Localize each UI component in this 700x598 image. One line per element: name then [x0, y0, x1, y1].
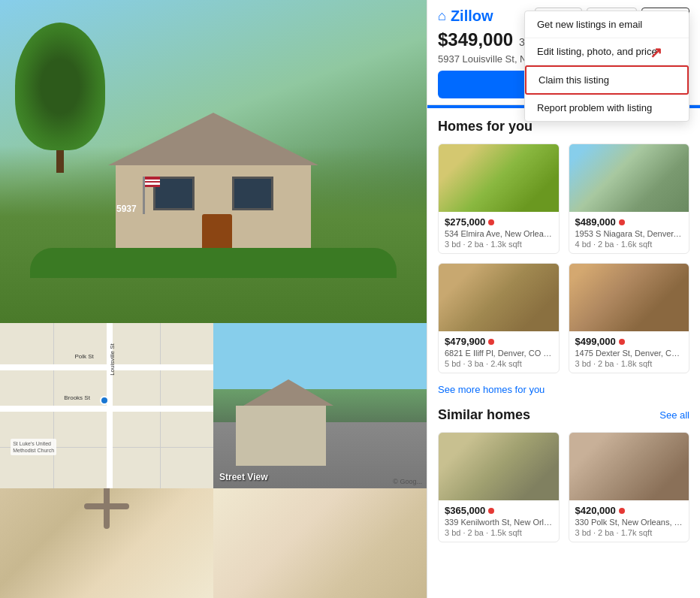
- similar-home-card-1-address: 339 Kenilworth St, New Orle...: [445, 518, 553, 527]
- scroll-content[interactable]: Homes for you $275,000 534 Elmira Ave, N…: [427, 108, 700, 586]
- home-card-1-info: $275,000 534 Elmira Ave, New Orleans... …: [439, 212, 559, 253]
- listing-header: ⌂ Zillow ♡ Save ↗ Share ••• More $349,00…: [427, 0, 700, 105]
- dropdown-item-edit-listing[interactable]: Edit listing, photo, and price: [525, 38, 689, 65]
- street-view-photo[interactable]: Street View © Goog...: [213, 323, 427, 488]
- interior-photos-row: [0, 488, 427, 598]
- flag-decoration: [143, 177, 145, 214]
- home-card-1-status: [488, 219, 494, 225]
- similar-home-card-1-details: 3 bd · 2 ba · 1.5k sqft: [445, 528, 553, 537]
- see-more-homes-link[interactable]: See more homes for you: [438, 384, 689, 395]
- similar-homes-title: Similar homes: [438, 407, 530, 423]
- tree-decoration: [15, 23, 105, 173]
- home-card-4-price: $499,000: [575, 336, 616, 347]
- similar-homes-header: Similar homes See all: [438, 407, 689, 423]
- google-label: © Goog...: [393, 478, 422, 485]
- home-card-3-details: 5 bd · 3 ba · 2.4k sqft: [445, 359, 553, 368]
- home-card-2-info: $489,000 1953 S Niagara St, Denver, C...…: [569, 212, 689, 253]
- home-card-1-address: 534 Elmira Ave, New Orleans...: [445, 229, 553, 238]
- ceiling-fan: [84, 503, 129, 509]
- zillow-logo-icon: ⌂: [438, 8, 446, 24]
- shrubs-decoration: [30, 248, 397, 278]
- home-card-2-address: 1953 S Niagara St, Denver, C...: [575, 229, 683, 238]
- main-listing-photo[interactable]: 5937: [0, 0, 427, 323]
- see-all-similar-link[interactable]: See all: [659, 409, 689, 421]
- similar-home-card-2[interactable]: $420,000 330 Polk St, New Orleans, LA...…: [569, 432, 690, 542]
- home-card-3-address: 6821 E Iliff Pl, Denver, CO 80...: [445, 349, 553, 358]
- home-card-3-info: $479,900 6821 E Iliff Pl, Denver, CO 80.…: [439, 331, 559, 373]
- similar-home-card-1-price: $365,000: [445, 505, 485, 516]
- interior-photo-living-room[interactable]: [0, 488, 213, 598]
- similar-home-card-2-details: 3 bd · 2 ba · 1.7k sqft: [575, 528, 683, 537]
- home-card-1-price: $275,000: [445, 216, 485, 228]
- interior-photo-dining-room[interactable]: [213, 488, 427, 598]
- home-card-4-address: 1475 Dexter St, Denver, CO ...: [575, 349, 683, 358]
- similar-home-card-2-address: 330 Polk St, New Orleans, LA...: [575, 518, 683, 527]
- listing-info-panel: ⌂ Zillow ♡ Save ↗ Share ••• More $349,00…: [427, 0, 700, 598]
- home-card-3[interactable]: $479,900 6821 E Iliff Pl, Denver, CO 80.…: [438, 263, 560, 373]
- home-card-4[interactable]: $499,000 1475 Dexter St, Denver, CO ... …: [569, 263, 690, 373]
- home-card-2-image: [569, 144, 689, 212]
- home-card-4-details: 3 bd · 2 ba · 1.8k sqft: [575, 359, 683, 368]
- similar-home-card-2-price: $420,000: [575, 505, 616, 516]
- dropdown-item-claim-listing[interactable]: Claim this listing: [525, 65, 689, 95]
- similar-home-card-1-info: $365,000 339 Kenilworth St, New Orle... …: [439, 500, 559, 542]
- similar-home-card-2-info: $420,000 330 Polk St, New Orleans, LA...…: [569, 500, 689, 542]
- similar-home-card-1-status: [488, 508, 494, 514]
- home-card-1-image: [439, 144, 559, 212]
- similar-home-card-2-status: [619, 508, 625, 514]
- similar-home-card-1[interactable]: $365,000 339 Kenilworth St, New Orle... …: [438, 432, 560, 542]
- home-card-2-details: 4 bd · 2 ba · 1.6k sqft: [575, 240, 683, 249]
- zillow-logo-text: Zillow: [451, 8, 493, 25]
- home-card-4-image: [569, 264, 689, 331]
- home-card-2[interactable]: $489,000 1953 S Niagara St, Denver, C...…: [569, 143, 690, 254]
- home-card-4-status: [619, 339, 625, 345]
- similar-home-card-2-image: [569, 433, 689, 500]
- map-grid: Polk St Brooks St Louisville St St Luke'…: [0, 323, 213, 488]
- dropdown-item-report-problem[interactable]: Report problem with listing: [525, 95, 689, 121]
- home-card-2-status: [619, 219, 625, 225]
- house-illustration: [93, 113, 333, 263]
- home-card-1[interactable]: $275,000 534 Elmira Ave, New Orleans... …: [438, 143, 560, 254]
- home-card-3-price: $479,900: [445, 336, 485, 347]
- photo-panel: 5937 Polk St Brooks St Louisville St St …: [0, 0, 427, 598]
- home-card-4-info: $499,000 1475 Dexter St, Denver, CO ... …: [569, 331, 689, 373]
- home-card-1-details: 3 bd · 2 ba · 1.3k sqft: [445, 240, 553, 249]
- map-photo[interactable]: Polk St Brooks St Louisville St St Luke'…: [0, 323, 213, 488]
- street-house-shape: [236, 406, 326, 466]
- secondary-photos-row: Polk St Brooks St Louisville St St Luke'…: [0, 323, 427, 488]
- similar-homes-grid: $365,000 339 Kenilworth St, New Orle... …: [438, 432, 689, 542]
- home-card-3-status: [488, 339, 494, 345]
- similar-home-card-1-image: [439, 433, 559, 500]
- home-card-3-image: [439, 264, 559, 331]
- arrow-indicator: ↗: [650, 44, 662, 62]
- home-card-2-price: $489,000: [575, 216, 616, 228]
- listing-price: $349,000: [438, 29, 513, 50]
- street-number: 5937: [116, 204, 137, 214]
- street-view-label: Street View: [219, 472, 267, 482]
- dropdown-item-get-listings[interactable]: Get new listings in email: [525, 11, 689, 38]
- more-dropdown-menu: Get new listings in email Edit listing, …: [524, 11, 689, 122]
- homes-for-you-grid: $275,000 534 Elmira Ave, New Orleans... …: [438, 143, 689, 373]
